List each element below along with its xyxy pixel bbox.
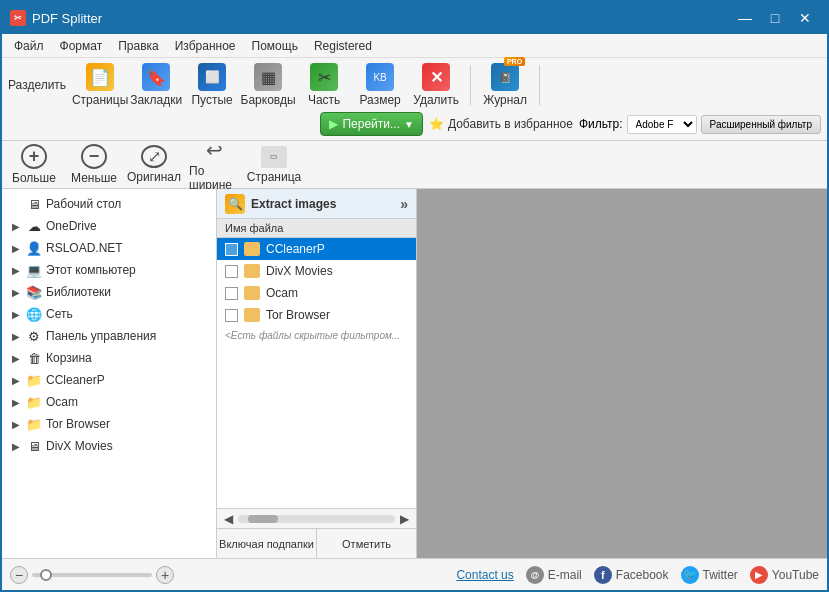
menu-help[interactable]: Помощь [244, 37, 306, 55]
bookmarks-button[interactable]: 🔖 Закладки [130, 62, 182, 108]
file-panel-actions: Включая подпапки Отметить [217, 528, 416, 558]
add-to-favorites-button[interactable]: ⭐ Добавить в избранное [429, 117, 573, 131]
file-panel-scrollbar[interactable]: ◀ ▶ [217, 508, 416, 528]
checkbox-divx[interactable] [225, 265, 238, 278]
sidebar-item-control-panel[interactable]: ▶ ⚙ Панель управления [2, 325, 216, 347]
bigger-label: Больше [12, 171, 56, 185]
filter-select[interactable]: Adobe F [627, 115, 697, 134]
go-dropdown-arrow[interactable]: ▼ [404, 119, 414, 130]
menu-file[interactable]: Файл [6, 37, 52, 55]
subfolders-button[interactable]: Включая подпапки [217, 529, 317, 558]
journal-button[interactable]: PRO 📓 Журнал [479, 62, 531, 108]
sidebar-item-rsload[interactable]: ▶ 👤 RSLOAD.NET [2, 237, 216, 259]
pages-icon: 📄 [86, 63, 114, 91]
split-label: Разделить [8, 78, 66, 92]
file-item-tor[interactable]: Tor Browser [217, 304, 416, 326]
journal-icon: PRO 📓 [491, 63, 519, 91]
sidebar-item-network[interactable]: ▶ 🌐 Сеть [2, 303, 216, 325]
extended-filter-button[interactable]: Расширенный фильтр [701, 115, 821, 134]
barcodes-button[interactable]: ▦ Барковды [242, 62, 294, 108]
checkbox-ccleaner[interactable] [225, 243, 238, 256]
file-panel-header: 🔍 Extract images » [217, 189, 416, 219]
main-window: ✂ PDF Splitter — □ ✕ Файл Формат Правка … [0, 0, 829, 592]
youtube-link[interactable]: ▶ YouTube [750, 566, 819, 584]
collapse-icon[interactable]: » [400, 196, 408, 212]
smaller-button[interactable]: − Меньше [68, 145, 120, 185]
width-button[interactable]: ↩ По ширине [188, 145, 240, 185]
filter-area: Фильтр: Adobe F Расширенный фильтр [579, 115, 821, 134]
minimize-button[interactable]: — [731, 7, 759, 29]
scroll-right-arrow[interactable]: ▶ [397, 512, 412, 526]
delete-button[interactable]: ✕ Удалить [410, 62, 462, 108]
zoom-slider[interactable] [32, 573, 152, 577]
expand-arrow-icon: ▶ [10, 242, 22, 254]
original-button[interactable]: ⤢ Оригинал [128, 145, 180, 185]
email-label: E-mail [548, 568, 582, 582]
twitter-link[interactable]: 🐦 Twitter [681, 566, 738, 584]
expand-arrow-icon: ▶ [10, 220, 22, 232]
go-button[interactable]: ▶ Перейти... ▼ [320, 112, 422, 136]
sidebar-label-tor-browser: Tor Browser [46, 417, 110, 431]
sidebar: 🖥 Рабочий стол ▶ ☁ OneDrive ▶ 👤 RSLOAD.N… [2, 189, 217, 558]
file-item-ocam[interactable]: Ocam [217, 282, 416, 304]
file-item-ccleaner[interactable]: CCleanerP [217, 238, 416, 260]
zoom-slider-thumb[interactable] [40, 569, 52, 581]
file-column-header: Имя файла [217, 219, 416, 238]
sidebar-item-tor-browser[interactable]: ▶ 📁 Tor Browser [2, 413, 216, 435]
sidebar-item-libraries[interactable]: ▶ 📚 Библиотеки [2, 281, 216, 303]
part-button[interactable]: ✂ Часть [298, 62, 350, 108]
sidebar-item-ocam[interactable]: ▶ 📁 Ocam [2, 391, 216, 413]
expand-arrow-icon: ▶ [10, 440, 22, 452]
hidden-files-hint: <Есть файлы скрытые фильтром... [217, 326, 416, 345]
menu-format[interactable]: Формат [52, 37, 111, 55]
checkbox-tor[interactable] [225, 309, 238, 322]
size-button[interactable]: KB Размер [354, 62, 406, 108]
facebook-icon: f [594, 566, 612, 584]
menu-favorites[interactable]: Избранное [167, 37, 244, 55]
bookmarks-label: Закладки [130, 93, 182, 107]
bigger-button[interactable]: + Больше [8, 145, 60, 185]
sidebar-item-this-pc[interactable]: ▶ 💻 Этот компьютер [2, 259, 216, 281]
pages-button[interactable]: 📄 Страницы [74, 62, 126, 108]
go-button-label: Перейти... [342, 117, 400, 131]
folder-icon-divx [244, 264, 260, 278]
sidebar-item-trash[interactable]: ▶ 🗑 Корзина [2, 347, 216, 369]
bookmarks-icon: 🔖 [142, 63, 170, 91]
pro-badge: PRO [504, 57, 525, 66]
sidebar-item-desktop[interactable]: 🖥 Рабочий стол [2, 193, 216, 215]
scroll-thumb[interactable] [248, 515, 278, 523]
toolbar-separator-2 [539, 65, 540, 105]
toolbar: Разделить 📄 Страницы 🔖 Закладки ⬜ Пустые… [2, 58, 827, 141]
mark-button[interactable]: Отметить [317, 529, 416, 558]
scroll-left-arrow[interactable]: ◀ [221, 512, 236, 526]
delete-label: Удалить [413, 93, 459, 107]
maximize-button[interactable]: □ [761, 7, 789, 29]
folder-icon-ccleaner [244, 242, 260, 256]
close-button[interactable]: ✕ [791, 7, 819, 29]
expand-arrow-icon: ▶ [10, 330, 22, 342]
blank-button[interactable]: ⬜ Пустые [186, 62, 238, 108]
page-button[interactable]: ▭ Страница [248, 145, 300, 185]
facebook-link[interactable]: f Facebook [594, 566, 669, 584]
main-content: 🖥 Рабочий стол ▶ ☁ OneDrive ▶ 👤 RSLOAD.N… [2, 189, 827, 558]
delete-icon: ✕ [422, 63, 450, 91]
menu-edit[interactable]: Правка [110, 37, 167, 55]
scroll-track[interactable] [238, 515, 395, 523]
blank-label: Пустые [191, 93, 232, 107]
file-item-divx[interactable]: DivX Movies [217, 260, 416, 282]
bottom-bar: − + Contact us @ E-mail f Facebook 🐦 Twi… [2, 558, 827, 590]
contact-us-link[interactable]: Contact us [456, 568, 513, 582]
menu-registered[interactable]: Registered [306, 37, 380, 55]
zoom-out-button[interactable]: − [10, 566, 28, 584]
view-toolbar: + Больше − Меньше ⤢ Оригинал ↩ По ширине… [2, 141, 827, 189]
sidebar-item-ccleaner[interactable]: ▶ 📁 CCleanerP [2, 369, 216, 391]
email-link[interactable]: @ E-mail [526, 566, 582, 584]
star-icon: ⭐ [429, 117, 444, 131]
checkbox-ocam[interactable] [225, 287, 238, 300]
menu-bar: Файл Формат Правка Избранное Помощь Regi… [2, 34, 827, 58]
sidebar-label-rsload: RSLOAD.NET [46, 241, 123, 255]
sidebar-item-divx-movies[interactable]: ▶ 🖥 DivX Movies [2, 435, 216, 457]
expand-arrow-icon: ▶ [10, 374, 22, 386]
sidebar-item-onedrive[interactable]: ▶ ☁ OneDrive [2, 215, 216, 237]
zoom-in-button[interactable]: + [156, 566, 174, 584]
